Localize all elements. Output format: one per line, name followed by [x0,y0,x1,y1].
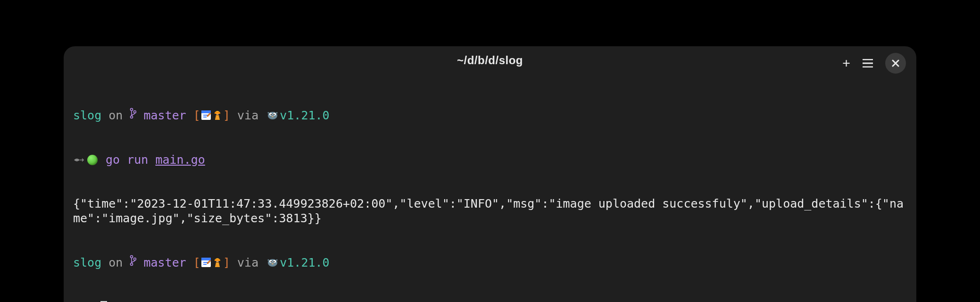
svg-point-13 [268,112,269,113]
prompt-line-1: slog on master [] via v1.21.0 [73,107,907,124]
git-status-bracket-close: ] [223,109,230,122]
svg-point-27 [272,263,274,265]
git-status-bracket-close: ] [223,256,230,269]
cmd-go: go [106,153,120,167]
go-version: v1.21.0 [280,256,329,269]
cmd-run: run [120,153,155,167]
construction-emoji-icon [212,109,223,121]
branch-name: master [136,109,186,122]
svg-point-11 [274,114,274,115]
go-version: v1.21.0 [280,109,329,122]
svg-point-29 [276,259,278,260]
via-word: via [230,256,266,269]
note-emoji-icon [200,109,212,121]
gopher-icon [266,257,280,271]
status-dot-icon [87,155,98,165]
branch-icon [130,255,136,271]
svg-point-26 [274,261,274,262]
svg-rect-6 [215,112,220,113]
construction-emoji-icon [212,257,223,268]
svg-point-0 [131,109,133,111]
svg-point-25 [271,261,272,262]
branch-icon [130,108,136,124]
svg-point-16 [131,263,133,266]
git-status-bracket-open: [ [186,109,200,122]
svg-point-1 [131,116,133,118]
svg-rect-19 [201,258,211,260]
on-word: on [101,109,130,122]
svg-point-12 [272,116,274,117]
svg-rect-4 [201,110,211,113]
note-emoji-icon [200,257,212,268]
command-line: go run main.go [73,153,907,168]
svg-point-17 [134,258,136,260]
close-button[interactable] [885,53,906,74]
on-word: on [101,256,130,269]
svg-rect-21 [215,260,220,260]
gopher-icon [266,109,280,124]
prompt-arrow-icon [73,154,84,168]
new-tab-button[interactable]: + [842,55,850,71]
terminal-content[interactable]: slog on master [] via v1.21.0 go run mai… [64,75,916,302]
terminal-window: ~/d/b/d/slog + slog on master [] via v1.… [64,46,916,302]
git-status-bracket-open: [ [186,256,200,269]
output-line: {"time":"2023-12-01T11:47:33.449923826+0… [73,197,907,226]
titlebar: ~/d/b/d/slog + [64,46,916,75]
cwd: slog [73,256,101,269]
svg-point-10 [271,114,272,115]
cwd: slog [73,109,101,122]
window-controls: + [842,53,906,74]
prompt-line-2: slog on master [] via v1.21.0 [73,254,907,271]
svg-point-15 [131,256,133,258]
branch-name: master [136,256,186,269]
menu-button[interactable] [863,59,873,67]
cmd-file: main.go [155,153,205,167]
input-line[interactable] [73,300,907,302]
svg-point-2 [134,111,136,113]
svg-point-7 [268,112,277,119]
svg-point-28 [268,259,269,260]
via-word: via [230,109,266,122]
svg-point-22 [268,259,277,267]
window-title: ~/d/b/d/slog [73,54,907,67]
svg-point-14 [276,112,278,113]
